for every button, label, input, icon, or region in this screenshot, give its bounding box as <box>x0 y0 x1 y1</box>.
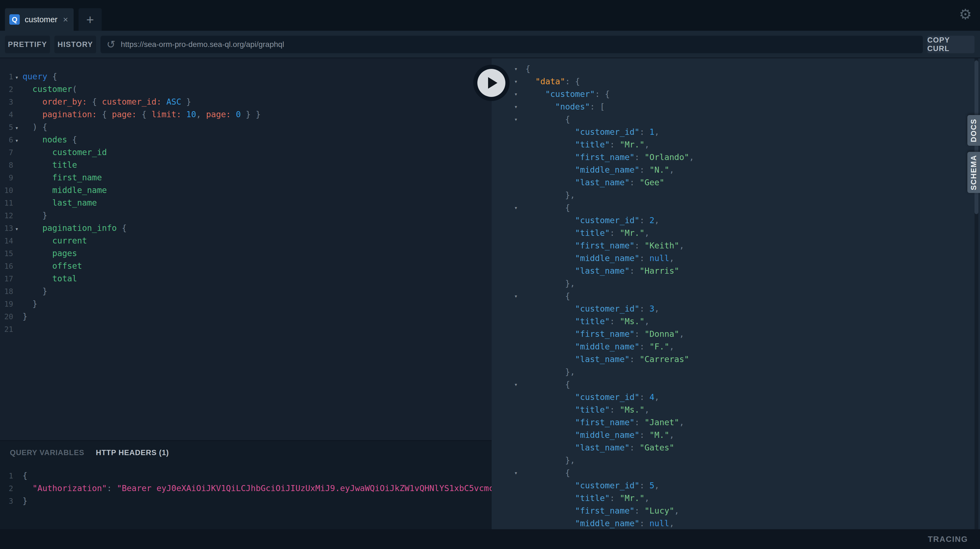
tracing-toggle[interactable]: TRACING <box>928 535 968 544</box>
code-text: pagination_info { <box>22 223 127 233</box>
code-text: "customer_id": 2, <box>525 216 659 225</box>
new-tab-button[interactable]: + <box>78 8 102 31</box>
line-number: 15 <box>0 248 13 260</box>
code-text: "first_name": "Keith", <box>525 241 684 250</box>
code-line: }, <box>492 366 980 378</box>
code-line: "title": "Ms.", <box>492 315 980 328</box>
code-line: 10 middle_name <box>0 184 492 197</box>
line-number: 1 <box>0 470 13 482</box>
fold-arrow-icon[interactable]: ▾ <box>514 88 522 100</box>
code-line: 2 customer( <box>0 83 492 95</box>
code-line: 3} <box>0 495 492 507</box>
code-text: total <box>22 274 77 283</box>
fold-arrow-icon[interactable]: ▾ <box>514 100 522 113</box>
play-icon <box>488 77 497 89</box>
execute-query-button[interactable] <box>473 65 509 101</box>
code-text: }, <box>525 367 575 377</box>
toolbar: PRETTIFY HISTORY ↺ COPY CURL <box>0 31 980 58</box>
fold-arrow-icon[interactable]: ▾ <box>514 466 522 479</box>
code-line: 9 first_name <box>0 171 492 184</box>
fold-arrow-icon[interactable]: ▾ <box>13 71 20 84</box>
code-text: } <box>22 311 27 321</box>
line-number: 18 <box>0 285 13 298</box>
fold-arrow-icon[interactable]: ▾ <box>514 202 522 214</box>
line-number: 13 <box>0 222 13 235</box>
tab-http-headers[interactable]: HTTP HEADERS (1) <box>96 449 169 457</box>
code-text: "middle_name": null, <box>525 519 674 528</box>
code-line: 13▾ pagination_info { <box>0 222 492 235</box>
settings-gear-icon[interactable]: ⚙ <box>959 6 972 22</box>
code-text: customer( <box>22 84 77 94</box>
code-line: ▾ "data": { <box>492 75 980 88</box>
line-number: 10 <box>0 184 13 197</box>
fold-arrow-icon[interactable]: ▾ <box>514 63 522 75</box>
code-line: ▾{ <box>492 63 980 75</box>
copy-curl-button[interactable]: COPY CURL <box>927 36 975 53</box>
code-line: "last_name": "Gee" <box>492 176 980 189</box>
line-number: 1 <box>0 71 13 83</box>
code-line: 11 last_name <box>0 197 492 209</box>
code-text: { <box>525 203 570 213</box>
code-line: "last_name": "Harris" <box>492 265 980 277</box>
http-headers-editor[interactable]: 1{2 "Authorization": "Bearer eyJ0eXAiOiJ… <box>0 470 492 507</box>
line-number: 3 <box>0 495 13 508</box>
line-number: 8 <box>0 159 13 171</box>
code-text: "customer_id": 1, <box>525 127 659 137</box>
code-line: 8 title <box>0 159 492 171</box>
tab-customer[interactable]: Q customer × <box>5 8 73 31</box>
line-number: 3 <box>0 96 13 108</box>
code-text: "nodes": [ <box>525 102 605 111</box>
tab-label: customer <box>25 15 57 24</box>
code-text: "customer_id": 3, <box>525 304 659 314</box>
code-text: "title": "Mr.", <box>525 228 649 238</box>
query-editor-pane[interactable]: 1▾query {2 customer(3 order_by: { custom… <box>0 58 492 440</box>
response-json: ▾{▾ "data": {▾ "customer": {▾ "nodes": [… <box>492 63 980 529</box>
fold-arrow-icon[interactable]: ▾ <box>514 290 522 303</box>
code-line: "customer_id": 2, <box>492 214 980 227</box>
schema-side-tab[interactable]: SCHEMA <box>967 152 980 193</box>
code-line: 1{ <box>0 470 492 482</box>
code-text: "first_name": "Donna", <box>525 329 684 339</box>
close-tab-icon[interactable]: × <box>63 15 68 24</box>
code-text: "first_name": "Janet", <box>525 417 684 427</box>
prettify-button[interactable]: PRETTIFY <box>5 36 50 53</box>
code-line: 20} <box>0 310 492 323</box>
code-text: "customer_id": 4, <box>525 392 659 402</box>
code-text: pagination: { page: { limit: 10, page: 0… <box>22 109 261 119</box>
code-line: "middle_name": "N.", <box>492 163 980 176</box>
play-button-circle <box>477 69 505 97</box>
code-text: { <box>22 471 27 481</box>
history-button[interactable]: HISTORY <box>54 36 96 53</box>
reload-icon[interactable]: ↺ <box>107 38 115 51</box>
code-line: "first_name": "Keith", <box>492 240 980 252</box>
code-text: } <box>22 299 37 309</box>
code-line: 21 <box>0 323 492 335</box>
fold-arrow-icon[interactable]: ▾ <box>13 134 20 147</box>
code-line: "title": "Mr.", <box>492 492 980 505</box>
tab-query-variables[interactable]: QUERY VARIABLES <box>10 449 84 457</box>
code-text: pages <box>22 248 77 258</box>
fold-arrow-icon[interactable]: ▾ <box>13 122 20 134</box>
endpoint-url-input[interactable] <box>120 40 923 49</box>
code-text: "middle_name": null, <box>525 253 674 263</box>
fold-arrow-icon[interactable]: ▾ <box>514 75 522 88</box>
tab-bar: Q customer × + ⚙ <box>0 0 980 31</box>
variables-panel: QUERY VARIABLES HTTP HEADERS (1) 1{2 "Au… <box>0 440 492 529</box>
code-text: } <box>22 286 47 296</box>
code-line: ▾ { <box>492 466 980 479</box>
code-line: 17 total <box>0 272 492 285</box>
fold-arrow-icon[interactable]: ▾ <box>13 223 20 235</box>
code-text: nodes { <box>22 135 77 144</box>
code-line: ▾ "customer": { <box>492 88 980 100</box>
code-text: "middle_name": "N.", <box>525 165 674 175</box>
code-text: }, <box>525 279 575 288</box>
code-line: "middle_name": "M.", <box>492 429 980 441</box>
code-line: ▾ { <box>492 113 980 126</box>
code-text: { <box>525 64 530 73</box>
code-text: "middle_name": "M.", <box>525 430 674 440</box>
fold-arrow-icon[interactable]: ▾ <box>514 113 522 126</box>
docs-side-tab[interactable]: DOCS <box>967 115 980 146</box>
code-line: 2 "Authorization": "Bearer eyJ0eXAiOiJKV… <box>0 482 492 495</box>
code-text: current <box>22 236 87 245</box>
fold-arrow-icon[interactable]: ▾ <box>514 378 522 391</box>
